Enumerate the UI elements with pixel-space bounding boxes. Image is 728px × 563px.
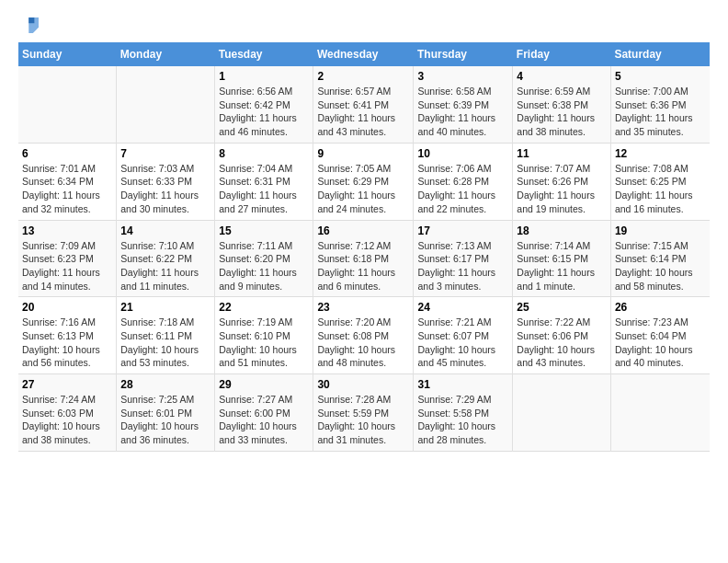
day-info: Sunrise: 7:22 AM Sunset: 6:06 PM Dayligh… <box>517 316 607 370</box>
day-info: Sunrise: 7:14 AM Sunset: 6:15 PM Dayligh… <box>517 239 607 293</box>
calendar-cell: 22Sunrise: 7:19 AM Sunset: 6:10 PM Dayli… <box>215 297 313 374</box>
calendar-cell: 7Sunrise: 7:03 AM Sunset: 6:33 PM Daylig… <box>117 143 215 220</box>
day-number: 12 <box>615 147 706 160</box>
weekday-header: Friday <box>513 42 611 66</box>
calendar-cell: 29Sunrise: 7:27 AM Sunset: 6:00 PM Dayli… <box>215 374 313 452</box>
calendar-cell: 11Sunrise: 7:07 AM Sunset: 6:26 PM Dayli… <box>513 143 611 220</box>
calendar-cell: 12Sunrise: 7:08 AM Sunset: 6:25 PM Dayli… <box>610 143 710 220</box>
day-info: Sunrise: 7:07 AM Sunset: 6:26 PM Dayligh… <box>517 162 607 216</box>
day-info: Sunrise: 7:00 AM Sunset: 6:36 PM Dayligh… <box>615 85 706 139</box>
calendar-cell: 26Sunrise: 7:23 AM Sunset: 6:04 PM Dayli… <box>610 297 710 374</box>
day-info: Sunrise: 7:13 AM Sunset: 6:17 PM Dayligh… <box>417 239 508 293</box>
day-info: Sunrise: 7:16 AM Sunset: 6:13 PM Dayligh… <box>22 316 112 370</box>
day-number: 10 <box>417 147 508 160</box>
calendar-week-row: 1Sunrise: 6:56 AM Sunset: 6:42 PM Daylig… <box>18 66 710 143</box>
weekday-header: Saturday <box>610 42 710 66</box>
day-info: Sunrise: 7:06 AM Sunset: 6:28 PM Dayligh… <box>417 162 508 216</box>
calendar-cell: 3Sunrise: 6:58 AM Sunset: 6:39 PM Daylig… <box>414 66 513 143</box>
calendar-cell: 6Sunrise: 7:01 AM Sunset: 6:34 PM Daylig… <box>18 143 117 220</box>
day-info: Sunrise: 7:27 AM Sunset: 6:00 PM Dayligh… <box>219 393 309 447</box>
day-info: Sunrise: 7:09 AM Sunset: 6:23 PM Dayligh… <box>22 239 112 293</box>
day-number: 7 <box>120 147 210 160</box>
day-info: Sunrise: 7:01 AM Sunset: 6:34 PM Dayligh… <box>22 162 112 216</box>
calendar-cell <box>513 374 611 452</box>
weekday-header: Monday <box>117 42 215 66</box>
day-number: 29 <box>219 378 309 391</box>
day-number: 1 <box>219 70 309 83</box>
day-number: 14 <box>120 224 210 237</box>
day-info: Sunrise: 7:05 AM Sunset: 6:29 PM Dayligh… <box>317 162 409 216</box>
day-number: 19 <box>615 224 706 237</box>
day-info: Sunrise: 7:03 AM Sunset: 6:33 PM Dayligh… <box>120 162 210 216</box>
day-number: 17 <box>417 224 508 237</box>
day-info: Sunrise: 7:04 AM Sunset: 6:31 PM Dayligh… <box>219 162 309 216</box>
day-number: 22 <box>219 301 309 314</box>
calendar-cell <box>18 66 117 143</box>
weekday-header: Sunday <box>18 42 117 66</box>
calendar-cell: 21Sunrise: 7:18 AM Sunset: 6:11 PM Dayli… <box>117 297 215 374</box>
header <box>18 15 710 33</box>
calendar-week-row: 20Sunrise: 7:16 AM Sunset: 6:13 PM Dayli… <box>18 297 710 374</box>
day-info: Sunrise: 7:21 AM Sunset: 6:07 PM Dayligh… <box>417 316 508 370</box>
day-number: 30 <box>317 378 409 391</box>
calendar-table: SundayMondayTuesdayWednesdayThursdayFrid… <box>18 42 710 452</box>
day-number: 5 <box>615 70 706 83</box>
calendar-week-row: 27Sunrise: 7:24 AM Sunset: 6:03 PM Dayli… <box>18 374 710 452</box>
logo <box>18 15 44 33</box>
day-info: Sunrise: 6:57 AM Sunset: 6:41 PM Dayligh… <box>317 85 409 139</box>
header-row: SundayMondayTuesdayWednesdayThursdayFrid… <box>18 42 710 66</box>
day-info: Sunrise: 7:25 AM Sunset: 6:01 PM Dayligh… <box>120 393 210 447</box>
day-number: 26 <box>615 301 706 314</box>
calendar-week-row: 13Sunrise: 7:09 AM Sunset: 6:23 PM Dayli… <box>18 220 710 297</box>
day-info: Sunrise: 7:12 AM Sunset: 6:18 PM Dayligh… <box>317 239 409 293</box>
day-number: 27 <box>22 378 112 391</box>
calendar-cell: 8Sunrise: 7:04 AM Sunset: 6:31 PM Daylig… <box>215 143 313 220</box>
calendar-cell: 23Sunrise: 7:20 AM Sunset: 6:08 PM Dayli… <box>313 297 414 374</box>
calendar-cell: 28Sunrise: 7:25 AM Sunset: 6:01 PM Dayli… <box>117 374 215 452</box>
calendar-cell: 2Sunrise: 6:57 AM Sunset: 6:41 PM Daylig… <box>313 66 414 143</box>
calendar-cell: 27Sunrise: 7:24 AM Sunset: 6:03 PM Dayli… <box>18 374 117 452</box>
main-container: SundayMondayTuesdayWednesdayThursdayFrid… <box>0 0 728 461</box>
calendar-cell <box>610 374 710 452</box>
day-number: 24 <box>417 301 508 314</box>
calendar-cell: 31Sunrise: 7:29 AM Sunset: 5:58 PM Dayli… <box>414 374 513 452</box>
calendar-cell: 25Sunrise: 7:22 AM Sunset: 6:06 PM Dayli… <box>513 297 611 374</box>
day-number: 2 <box>317 70 409 83</box>
weekday-header: Thursday <box>414 42 513 66</box>
day-info: Sunrise: 7:29 AM Sunset: 5:58 PM Dayligh… <box>417 393 508 447</box>
logo-icon <box>18 15 40 33</box>
calendar-cell: 30Sunrise: 7:28 AM Sunset: 5:59 PM Dayli… <box>313 374 414 452</box>
day-number: 20 <box>22 301 112 314</box>
day-number: 8 <box>219 147 309 160</box>
day-number: 9 <box>317 147 409 160</box>
day-info: Sunrise: 6:56 AM Sunset: 6:42 PM Dayligh… <box>219 85 309 139</box>
day-number: 15 <box>219 224 309 237</box>
calendar-cell: 5Sunrise: 7:00 AM Sunset: 6:36 PM Daylig… <box>610 66 710 143</box>
calendar-week-row: 6Sunrise: 7:01 AM Sunset: 6:34 PM Daylig… <box>18 143 710 220</box>
day-info: Sunrise: 7:23 AM Sunset: 6:04 PM Dayligh… <box>615 316 706 370</box>
calendar-cell: 13Sunrise: 7:09 AM Sunset: 6:23 PM Dayli… <box>18 220 117 297</box>
day-number: 18 <box>517 224 607 237</box>
calendar-cell <box>117 66 215 143</box>
day-number: 4 <box>517 70 607 83</box>
calendar-cell: 20Sunrise: 7:16 AM Sunset: 6:13 PM Dayli… <box>18 297 117 374</box>
calendar-cell: 24Sunrise: 7:21 AM Sunset: 6:07 PM Dayli… <box>414 297 513 374</box>
day-number: 13 <box>22 224 112 237</box>
day-info: Sunrise: 7:28 AM Sunset: 5:59 PM Dayligh… <box>317 393 409 447</box>
day-info: Sunrise: 7:20 AM Sunset: 6:08 PM Dayligh… <box>317 316 409 370</box>
day-number: 6 <box>22 147 112 160</box>
day-info: Sunrise: 7:15 AM Sunset: 6:14 PM Dayligh… <box>615 239 706 293</box>
calendar-cell: 10Sunrise: 7:06 AM Sunset: 6:28 PM Dayli… <box>414 143 513 220</box>
day-number: 25 <box>517 301 607 314</box>
weekday-header: Wednesday <box>313 42 414 66</box>
calendar-cell: 16Sunrise: 7:12 AM Sunset: 6:18 PM Dayli… <box>313 220 414 297</box>
calendar-cell: 14Sunrise: 7:10 AM Sunset: 6:22 PM Dayli… <box>117 220 215 297</box>
calendar-cell: 15Sunrise: 7:11 AM Sunset: 6:20 PM Dayli… <box>215 220 313 297</box>
calendar-cell: 17Sunrise: 7:13 AM Sunset: 6:17 PM Dayli… <box>414 220 513 297</box>
day-info: Sunrise: 6:58 AM Sunset: 6:39 PM Dayligh… <box>417 85 508 139</box>
day-info: Sunrise: 7:08 AM Sunset: 6:25 PM Dayligh… <box>615 162 706 216</box>
day-number: 11 <box>517 147 607 160</box>
day-info: Sunrise: 7:10 AM Sunset: 6:22 PM Dayligh… <box>120 239 210 293</box>
day-number: 31 <box>417 378 508 391</box>
day-info: Sunrise: 7:11 AM Sunset: 6:20 PM Dayligh… <box>219 239 309 293</box>
